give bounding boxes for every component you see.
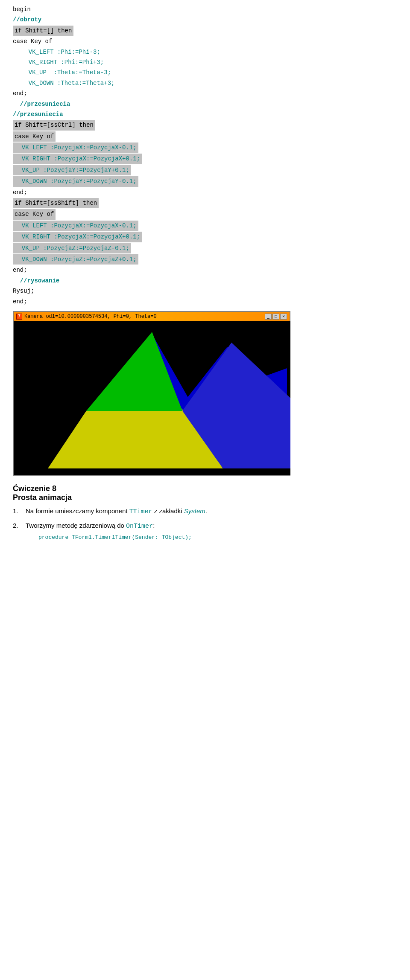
text-section: Ćwiczenie 8 Prosta animacja 1. Na formie… bbox=[13, 484, 397, 542]
code-line-end-final: end; bbox=[13, 297, 397, 307]
app-window: 7 Kamera odl=10.0000003574534, Phi=0, Th… bbox=[13, 311, 290, 476]
window-title: 7 Kamera odl=10.0000003574534, Phi=0, Th… bbox=[16, 314, 157, 320]
highlight-case-key-3: case Key of bbox=[13, 209, 56, 219]
heading-text: Ćwiczenie 8 bbox=[13, 484, 56, 493]
section-heading: Ćwiczenie 8 Prosta animacja bbox=[13, 484, 397, 502]
code-line-rysuj: Rysuj; bbox=[13, 286, 397, 296]
list-1-before: Na formie umieszczamy komponent bbox=[26, 507, 129, 515]
code-line-vkup-1: VK_UP :Theta:=Theta-3; bbox=[21, 67, 397, 78]
code-line-vkup-y1: VK_UP :PozycjaY:=PozycjaY+0.1; bbox=[13, 165, 397, 176]
code-line-comment-obroty: //obroty bbox=[13, 15, 397, 25]
window-title-text: Kamera odl=10.0000003574534, Phi=0, Thet… bbox=[24, 314, 157, 320]
code-line-comment-rys: //rysowanie bbox=[13, 276, 397, 286]
hl-vkdown-z1: VK_DOWN :PozycjaZ:=PozycjaZ+0.1; bbox=[13, 254, 138, 265]
hl-vkright-x2: VK_RIGHT :PozycjaX:=PozycjaX+0.1; bbox=[13, 232, 142, 242]
window-controls[interactable]: _ □ × bbox=[265, 314, 287, 320]
highlight-case-key-2: case Key of bbox=[13, 131, 56, 142]
canvas-area bbox=[14, 321, 290, 475]
hl-vkup-y1: VK_UP :PozycjaY:=PozycjaY+0.1; bbox=[13, 165, 131, 175]
list-2-code: OnTimer bbox=[126, 523, 153, 530]
maximize-button[interactable]: □ bbox=[272, 314, 279, 320]
minimize-button[interactable]: _ bbox=[265, 314, 272, 320]
code-line-vkright-1: VK_RIGHT :Phi:=Phi+3; bbox=[21, 57, 397, 67]
code-line-vkleft-1: VK_LEFT :Phi:=Phi-3; bbox=[21, 47, 397, 57]
hl-vkup-z1: VK_UP :PozycjaZ:=PozycjaZ-0.1; bbox=[13, 243, 131, 253]
list-number-2: 2. bbox=[13, 521, 26, 541]
hl-vkleft-x2: VK_LEFT :PozycjaX:=PozycjaX-0.1; bbox=[13, 221, 138, 231]
code-line-begin: begin bbox=[13, 4, 397, 15]
hl-vkdown-y1: VK_DOWN :PozycjaY:=PozycjaY-0.1; bbox=[13, 176, 138, 186]
code-line-vkdown-z1: VK_DOWN :PozycjaZ:=PozycjaZ+0.1; bbox=[13, 254, 397, 265]
code-line-vkleft-x1: VK_LEFT :PozycjaX:=PozycjaX-0.1; bbox=[13, 142, 397, 153]
page-content: begin //obroty if Shift=[] then case Key… bbox=[0, 0, 410, 558]
code-line-case-key-2: case Key of bbox=[13, 131, 397, 142]
list-1-code: TTimer bbox=[129, 508, 152, 515]
code-line-end-2: end; bbox=[13, 187, 397, 198]
list-2-before: Tworzymy metodę zdarzeniową do bbox=[26, 522, 126, 529]
numbered-list: 1. Na formie umieszczamy komponent TTime… bbox=[13, 506, 397, 542]
list-2-after: : bbox=[153, 522, 155, 529]
list-1-middle: z zakładki bbox=[152, 507, 184, 515]
code-line-vkup-z1: VK_UP :PozycjaZ:=PozycjaZ-0.1; bbox=[13, 243, 397, 254]
code-line-vkdown-y1: VK_DOWN :PozycjaY:=PozycjaY-0.1; bbox=[13, 176, 397, 187]
code-line-case-key-3: case Key of bbox=[13, 209, 397, 220]
list-1-italic: System bbox=[184, 507, 205, 515]
close-button[interactable]: × bbox=[280, 314, 287, 320]
highlight-if-shift-ctrl: if Shift=[ssCtrl] then bbox=[13, 120, 95, 130]
list-item-2: 2. Tworzymy metodę zdarzeniową do OnTime… bbox=[13, 521, 397, 541]
code-line-if-shift-ctrl: if Shift=[ssCtrl] then bbox=[13, 119, 397, 131]
code-line-case-key-1: case Key of bbox=[13, 36, 397, 47]
code-line-end-3: end; bbox=[13, 265, 397, 275]
code-line-if-shift-shift: if Shift=[ssShift] then bbox=[13, 198, 397, 209]
code-line-vkright-x1: VK_RIGHT :PozycjaX:=PozycjaX+0.1; bbox=[13, 153, 397, 164]
code-line-vkright-x2: VK_RIGHT :PozycjaX:=PozycjaX+0.1; bbox=[13, 231, 397, 242]
code-line-comment-przes2: //przesuniecia bbox=[13, 109, 397, 119]
highlight-if-shift-shift: if Shift=[ssShift] then bbox=[13, 198, 99, 208]
code-snippet: procedure TForm1.Timer1Timer(Sender: TOb… bbox=[38, 533, 397, 542]
code-block: begin //obroty if Shift=[] then case Key… bbox=[13, 4, 397, 307]
hl-vkright-x1: VK_RIGHT :PozycjaX:=PozycjaX+0.1; bbox=[13, 154, 142, 164]
list-content-1: Na formie umieszczamy komponent TTimer z… bbox=[26, 506, 397, 517]
highlight-if-shift-empty: if Shift=[] then bbox=[13, 26, 73, 36]
code-line-if-shift-empty: if Shift=[] then bbox=[13, 25, 397, 36]
3d-visualization bbox=[14, 321, 290, 475]
list-1-after: . bbox=[205, 507, 207, 515]
list-item-1: 1. Na formie umieszczamy komponent TTime… bbox=[13, 506, 397, 517]
list-number-1: 1. bbox=[13, 506, 26, 517]
window-titlebar: 7 Kamera odl=10.0000003574534, Phi=0, Th… bbox=[14, 312, 290, 321]
list-content-2: Tworzymy metodę zdarzeniową do OnTimer: … bbox=[26, 521, 397, 541]
code-line-vkleft-x2: VK_LEFT :PozycjaX:=PozycjaX-0.1; bbox=[13, 220, 397, 231]
hl-vkleft-x1: VK_LEFT :PozycjaX:=PozycjaX-0.1; bbox=[13, 142, 138, 153]
code-line-comment-przes: //przesuniecia bbox=[13, 99, 397, 109]
code-line-vkdown-1: VK_DOWN :Theta:=Theta+3; bbox=[21, 78, 397, 88]
subheading-text: Prosta animacja bbox=[13, 493, 72, 502]
app-icon: 7 bbox=[16, 314, 22, 320]
code-line-end-1: end; bbox=[13, 88, 397, 99]
